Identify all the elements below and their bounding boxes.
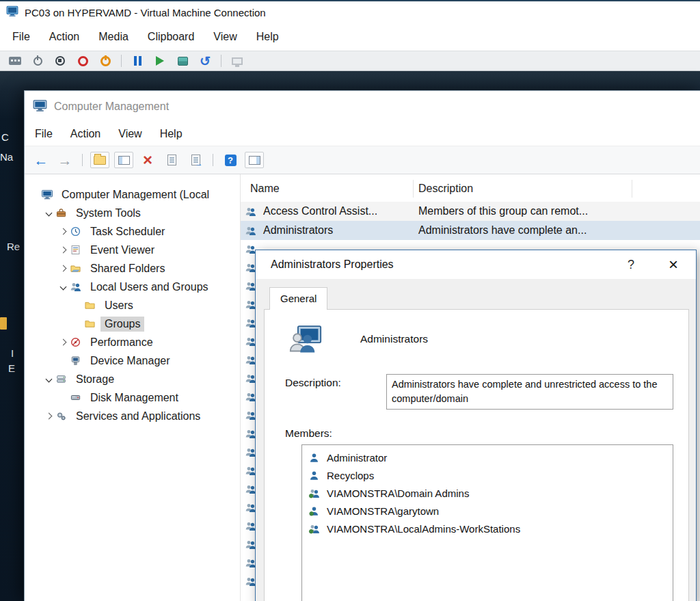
vm-menubar: FileActionMediaClipboardViewHelp	[0, 23, 700, 51]
tree-item-performance[interactable]: Performance	[25, 333, 240, 351]
storage-icon	[55, 373, 69, 385]
tree-item-disk-management[interactable]: Disk Management	[25, 388, 240, 407]
member-name: VIAMONSTRA\garytown	[327, 505, 439, 517]
tree-item-users[interactable]: Users	[25, 296, 240, 315]
back-button[interactable]	[31, 152, 51, 168]
shut-down-icon	[78, 56, 88, 66]
forward-button[interactable]	[55, 152, 75, 168]
dialog-titlebar[interactable]: Administrators Properties ? ×	[256, 250, 696, 279]
tree-expander-icon[interactable]	[57, 266, 68, 271]
member-viamonstra-domain-admins[interactable]: VIAMONSTRA\Domain Admins	[304, 484, 671, 502]
dialog-close-button[interactable]: ×	[669, 256, 678, 273]
toolbar-separator	[82, 154, 83, 166]
cm-menu-help[interactable]: Help	[151, 122, 191, 146]
up-button[interactable]	[90, 152, 109, 168]
tree-expander-icon[interactable]	[57, 229, 68, 234]
row-access-control-assist[interactable]: Access Control Assist... Members of this…	[241, 202, 700, 221]
tree-item-device-manager[interactable]: Device Manager	[25, 351, 240, 370]
reset-button[interactable]	[150, 53, 170, 69]
checkpoint-button[interactable]	[173, 53, 192, 69]
tree-item-label: Disk Management	[86, 390, 183, 405]
member-viamonstra-garytown[interactable]: VIAMONSTRA\garytown	[304, 502, 671, 520]
tree-item-computer-management-local[interactable]: Computer Management (Local	[25, 185, 240, 204]
column-header-name[interactable]: Name	[241, 183, 413, 202]
revert-button[interactable]	[196, 53, 215, 69]
enhanced-session-button[interactable]	[228, 53, 247, 69]
dialog-help-button[interactable]: ?	[628, 258, 634, 272]
row-name: Administrators	[263, 224, 333, 237]
help-button[interactable]	[221, 152, 240, 168]
tree-expander-icon[interactable]	[57, 248, 68, 252]
tree-item-task-scheduler[interactable]: Task Scheduler	[25, 222, 240, 241]
properties-button[interactable]	[162, 152, 181, 168]
tree-item-label: Device Manager	[86, 353, 174, 369]
row-administrators[interactable]: Administrators Administrators have compl…	[241, 221, 700, 240]
tree-item-label: Storage	[72, 372, 118, 387]
tree-expander-icon[interactable]	[43, 377, 54, 382]
column-divider[interactable]	[632, 180, 632, 198]
tree-item-system-tools[interactable]: System Tools	[25, 204, 240, 222]
properties-icon	[167, 155, 176, 165]
domain-group-icon	[308, 488, 322, 498]
shared-folders-icon	[70, 263, 83, 274]
export-list-button[interactable]	[186, 152, 205, 168]
turn-off-icon	[55, 56, 65, 66]
save-button[interactable]	[96, 53, 115, 69]
ctrl-alt-del-button[interactable]	[5, 53, 25, 69]
tree-item-local-users-and-groups[interactable]: Local Users and Groups	[25, 278, 240, 296]
hyperv-app-icon	[6, 5, 18, 20]
vm-menu-help[interactable]: Help	[247, 23, 288, 51]
cm-menu-view[interactable]: View	[109, 122, 150, 146]
computer-icon	[41, 189, 55, 200]
show-console-tree-button[interactable]	[114, 152, 133, 168]
start-button[interactable]	[28, 53, 47, 69]
member-name: VIAMONSTRA\Domain Admins	[327, 488, 469, 499]
tree-expander-icon[interactable]	[43, 414, 54, 418]
cm-menu-file[interactable]: File	[26, 122, 62, 146]
computer-management-window: Computer Management FileActionViewHelp C…	[24, 90, 700, 601]
members-list[interactable]: Administrator Recyclops VIAMONSTRA\Domai…	[301, 444, 673, 601]
tree-item-label: System Tools	[72, 206, 145, 221]
pause-button[interactable]	[128, 53, 147, 69]
tree-expander-icon[interactable]	[57, 340, 68, 345]
cm-titlebar[interactable]: Computer Management	[25, 91, 700, 122]
save-icon	[100, 56, 111, 66]
vm-desktop: C Na Re I E Computer Management FileActi…	[0, 71, 700, 601]
tree-item-label: Performance	[86, 335, 157, 350]
cm-menubar: FileActionViewHelp	[25, 122, 700, 146]
screen: PC03 on HYPERVAMD - Virtual Machine Conn…	[0, 0, 700, 601]
tree-item-event-viewer[interactable]: Event Viewer	[25, 241, 240, 259]
tree-item-services-and-applications[interactable]: Services and Applications	[25, 407, 240, 425]
turn-off-button[interactable]	[51, 53, 70, 69]
tab-general[interactable]: General	[269, 287, 327, 310]
column-divider[interactable]	[413, 180, 414, 198]
row-name: Access Control Assist...	[263, 205, 377, 217]
performance-icon	[70, 336, 83, 348]
tree-item-storage[interactable]: Storage	[25, 370, 240, 388]
vm-menu-action[interactable]: Action	[40, 23, 89, 51]
member-recyclops[interactable]: Recyclops	[304, 466, 671, 484]
cm-window-title: Computer Management	[54, 101, 169, 113]
up-icon	[94, 156, 106, 165]
member-viamonstra-localadmins-workstations[interactable]: VIAMONSTRA\LocalAdmins-WorkStations	[304, 520, 671, 537]
users-groups-icon	[70, 281, 83, 293]
show-action-pane-button[interactable]	[245, 152, 264, 168]
tree-item-groups[interactable]: Groups	[25, 315, 240, 333]
domain-group-icon	[308, 524, 322, 534]
checkpoint-icon	[178, 57, 188, 66]
delete-button[interactable]	[138, 152, 157, 168]
vm-menu-view[interactable]: View	[204, 23, 246, 51]
tree-item-shared-folders[interactable]: Shared Folders	[25, 259, 240, 278]
shut-down-button[interactable]	[73, 53, 92, 69]
vm-menu-media[interactable]: Media	[89, 23, 138, 51]
member-administrator[interactable]: Administrator	[304, 449, 671, 466]
toolbar-separator	[221, 55, 221, 67]
vm-menu-file[interactable]: File	[3, 23, 40, 51]
tree-expander-icon[interactable]	[43, 211, 54, 215]
column-header-description[interactable]: Description	[413, 183, 473, 202]
cm-menu-action[interactable]: Action	[62, 122, 109, 146]
description-field[interactable]: Administrators have complete and unrestr…	[386, 374, 673, 410]
vm-menu-clipboard[interactable]: Clipboard	[138, 23, 204, 51]
tree-expander-icon[interactable]	[57, 284, 68, 289]
dialog-title: Administrators Properties	[271, 258, 394, 271]
